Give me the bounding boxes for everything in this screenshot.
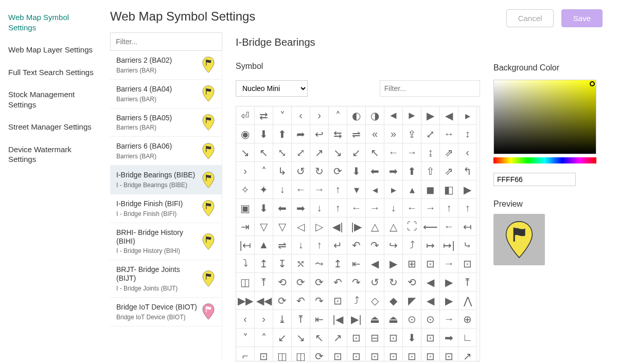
- symbol-option[interactable]: ˄: [255, 162, 273, 180]
- symbol-option[interactable]: ↦|: [440, 236, 458, 254]
- symbol-option[interactable]: ⊡: [347, 329, 366, 347]
- symbol-option[interactable]: ⤷: [458, 236, 477, 254]
- symbol-option[interactable]: ←: [403, 199, 421, 217]
- symbol-option[interactable]: ◀: [440, 106, 458, 125]
- symbol-option[interactable]: ↻: [310, 162, 329, 180]
- symbol-option[interactable]: ↗: [329, 329, 347, 347]
- symbol-option[interactable]: ↓: [384, 199, 403, 217]
- symbol-option[interactable]: ⊞: [403, 254, 421, 273]
- symbol-option[interactable]: ◀◀: [255, 292, 273, 310]
- symbol-option[interactable]: ⤴: [403, 236, 421, 254]
- nav-item[interactable]: Street Manager Settings: [8, 119, 103, 141]
- symbol-option[interactable]: ↳: [273, 162, 292, 180]
- symbol-option[interactable]: ↤: [458, 217, 477, 236]
- symbol-option[interactable]: ▽: [255, 217, 273, 236]
- symbol-option[interactable]: ↗: [458, 347, 477, 361]
- symbol-option[interactable]: ⬆: [273, 125, 292, 143]
- symbol-option[interactable]: ↘: [236, 143, 255, 162]
- symbol-option[interactable]: ↦: [421, 236, 440, 254]
- symbol-option[interactable]: ◐: [347, 106, 366, 125]
- symbol-option[interactable]: ↑: [329, 180, 347, 199]
- asset-item[interactable]: Barriers 6 (BA06)Barriers (BAR): [110, 137, 222, 166]
- symbol-option[interactable]: ↖: [255, 143, 273, 162]
- symbol-option[interactable]: ↖: [366, 143, 384, 162]
- symbol-option[interactable]: ←: [384, 143, 403, 162]
- symbol-option[interactable]: ✧: [236, 180, 255, 199]
- symbol-option[interactable]: ‹: [292, 106, 310, 125]
- symbol-option[interactable]: ∟: [458, 329, 477, 347]
- symbol-option[interactable]: ◀|: [329, 217, 347, 236]
- symbol-option[interactable]: ▶▶: [236, 292, 255, 310]
- symbol-option[interactable]: ⊡: [440, 347, 458, 361]
- symbol-option[interactable]: ↙: [347, 143, 366, 162]
- symbol-option[interactable]: ↷: [310, 292, 329, 310]
- symbol-option[interactable]: ◼: [421, 180, 440, 199]
- symbol-option[interactable]: △: [384, 217, 403, 236]
- color-gradient-picker[interactable]: [493, 80, 596, 154]
- symbol-option[interactable]: ◀: [366, 254, 384, 273]
- symbol-option[interactable]: ◀: [421, 273, 440, 292]
- nav-item[interactable]: Full Text Search Settings: [8, 64, 103, 87]
- symbol-option[interactable]: ↶: [329, 273, 347, 292]
- symbol-option[interactable]: ⊟: [366, 329, 384, 347]
- symbol-option[interactable]: ↰: [458, 162, 477, 180]
- symbol-option[interactable]: ⛶: [403, 217, 421, 236]
- symbol-option[interactable]: ↥: [329, 254, 347, 273]
- symbol-option[interactable]: ⇗: [440, 143, 458, 162]
- symbol-option[interactable]: ↺: [366, 273, 384, 292]
- symbol-option[interactable]: ↓: [310, 199, 329, 217]
- symbol-option[interactable]: ➡: [384, 162, 403, 180]
- symbol-option[interactable]: ‹: [236, 310, 255, 329]
- symbol-option[interactable]: ↵: [329, 236, 347, 254]
- symbol-option[interactable]: ↖: [310, 329, 329, 347]
- symbol-option[interactable]: ⇆: [329, 125, 347, 143]
- symbol-option[interactable]: ⇗: [440, 162, 458, 180]
- symbol-option[interactable]: ↨: [421, 143, 440, 162]
- symbol-option[interactable]: ↶: [292, 292, 310, 310]
- symbol-option[interactable]: ⤒: [292, 310, 310, 329]
- symbol-option[interactable]: »: [384, 125, 403, 143]
- symbol-option[interactable]: ←: [292, 180, 310, 199]
- gradient-cursor[interactable]: [590, 81, 595, 86]
- symbol-option[interactable]: ▸: [384, 180, 403, 199]
- symbol-option[interactable]: ↓: [292, 236, 310, 254]
- symbol-option[interactable]: ⇪: [403, 125, 421, 143]
- symbol-option[interactable]: ⏏: [366, 310, 384, 329]
- symbol-option[interactable]: ˅: [273, 106, 292, 125]
- symbol-option[interactable]: ↙: [273, 329, 292, 347]
- symbol-option[interactable]: ˄: [329, 106, 347, 125]
- nav-item[interactable]: Stock Management Settings: [8, 86, 103, 119]
- symbol-option[interactable]: →: [421, 199, 440, 217]
- symbol-option[interactable]: ⬅: [366, 162, 384, 180]
- symbol-option[interactable]: ⊡: [384, 347, 403, 361]
- asset-list[interactable]: Barriers 2 (BA02)Barriers (BAR)Barriers …: [110, 51, 222, 361]
- symbol-option[interactable]: ⊡: [329, 292, 347, 310]
- symbol-option[interactable]: ⟳: [329, 162, 347, 180]
- symbol-option[interactable]: ◑: [366, 106, 384, 125]
- icon-set-select[interactable]: Nucleo Mini: [236, 80, 308, 97]
- symbol-option[interactable]: ›: [236, 162, 255, 180]
- symbol-option[interactable]: ▶|: [347, 310, 366, 329]
- symbol-option[interactable]: ◄: [384, 106, 403, 125]
- asset-item[interactable]: BRJT- Bridge Joints (BIJT)I - Bridge Joi…: [110, 260, 222, 298]
- symbol-option[interactable]: ▣: [236, 199, 255, 217]
- symbol-option[interactable]: ↑: [329, 199, 347, 217]
- symbol-option[interactable]: ◧: [440, 180, 458, 199]
- symbol-option[interactable]: →: [366, 199, 384, 217]
- symbol-option[interactable]: ▷: [310, 217, 329, 236]
- symbol-option[interactable]: →: [440, 310, 458, 329]
- symbol-option[interactable]: ↥: [255, 254, 273, 273]
- symbol-option[interactable]: ◇: [366, 292, 384, 310]
- symbol-option[interactable]: ↑: [440, 199, 458, 217]
- symbol-option[interactable]: ➦: [292, 125, 310, 143]
- symbol-option[interactable]: ↑: [310, 236, 329, 254]
- symbol-option[interactable]: ↷: [366, 236, 384, 254]
- symbol-option[interactable]: ←: [440, 217, 458, 236]
- symbol-option[interactable]: ✦: [255, 180, 273, 199]
- symbol-option[interactable]: ⬅: [273, 199, 292, 217]
- symbol-option[interactable]: ⤒: [255, 273, 273, 292]
- symbol-option[interactable]: ⇥: [236, 217, 255, 236]
- save-button[interactable]: Save: [561, 9, 603, 27]
- symbol-option[interactable]: ⟳: [273, 292, 292, 310]
- symbol-grid-container[interactable]: ⏎⇄˅‹›˄◐◑◄►▶◀▸◉⬇⬆➦↩⇆⇌«»⇪⤢↔↕↘↖⤡⤢↗↘↙↖←→↨⇗‹›…: [236, 106, 480, 361]
